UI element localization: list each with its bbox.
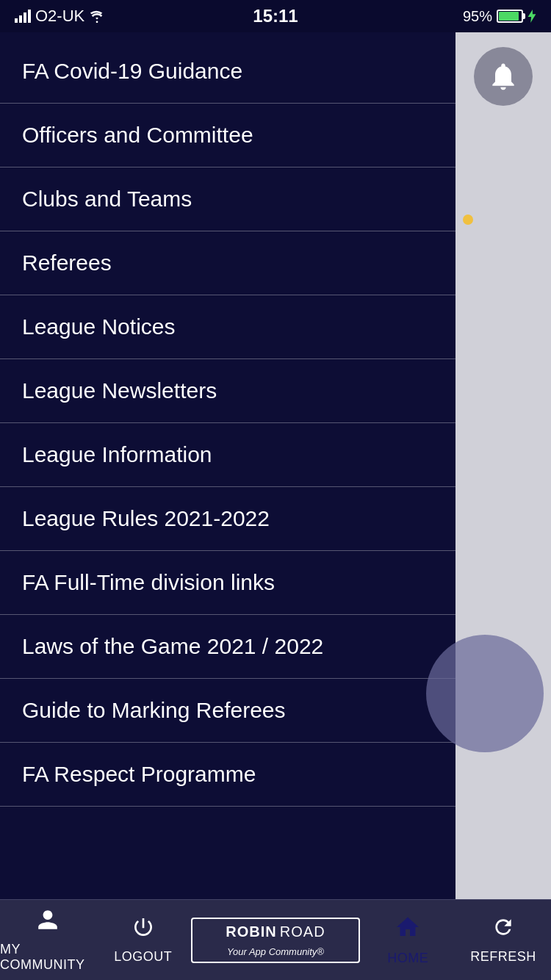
robin-road-light: ROAD (280, 923, 325, 940)
svg-rect-0 (15, 18, 18, 23)
menu-item-clubs-teams[interactable]: Clubs and Teams (0, 167, 455, 231)
menu-item-league-newsletters[interactable]: League Newsletters (0, 359, 455, 423)
svg-rect-1 (19, 15, 22, 23)
menu-item-league-rules[interactable]: League Rules 2021-2022 (0, 487, 455, 551)
status-right: 95% (463, 8, 536, 25)
status-left: O2-UK (15, 7, 105, 26)
menu-item-referees[interactable]: Referees (0, 231, 455, 295)
signal-icon (15, 10, 31, 23)
battery-icon (497, 10, 523, 23)
bottom-nav: MY COMMUNITY LOGOUT ROBIN ROAD Your App … (0, 899, 551, 980)
home-label: HOME (387, 951, 428, 966)
status-time: 15:11 (253, 6, 298, 26)
refresh-label: REFRESH (470, 949, 536, 965)
battery-percent: 95% (463, 8, 492, 25)
nav-my-community[interactable]: MY COMMUNITY (0, 908, 96, 973)
home-icon (395, 914, 421, 946)
menu-panel: FA Covid-19 GuidanceOfficers and Committ… (0, 32, 455, 899)
menu-item-fa-fulltime[interactable]: FA Full-Time division links (0, 551, 455, 615)
menu-item-league-notices[interactable]: League Notices (0, 295, 455, 359)
right-sidebar (455, 32, 551, 899)
menu-item-officers-committee[interactable]: Officers and Committee (0, 104, 455, 167)
carrier-text: O2-UK (35, 7, 84, 26)
menu-item-fa-covid[interactable]: FA Covid-19 Guidance (0, 40, 455, 104)
robin-road-bold: ROBIN (226, 923, 276, 940)
menu-item-guide-marking[interactable]: Guide to Marking Referees (0, 679, 455, 743)
charging-icon (527, 10, 536, 23)
notification-bell[interactable] (474, 47, 533, 106)
nav-refresh[interactable]: REFRESH (455, 915, 551, 965)
decorative-circle (426, 635, 544, 752)
menu-item-fa-respect[interactable]: FA Respect Programme (0, 743, 455, 807)
status-bar: O2-UK 15:11 95% (0, 0, 551, 32)
bell-icon (487, 60, 519, 93)
menu-item-laws-game[interactable]: Laws of the Game 2021 / 2022 (0, 615, 455, 679)
robin-road-title: ROBIN ROAD (226, 923, 325, 940)
logout-label: LOGOUT (114, 949, 172, 965)
nav-home[interactable]: HOME (360, 914, 455, 966)
svg-rect-2 (24, 12, 26, 23)
wifi-icon (89, 10, 105, 23)
menu-item-league-information[interactable]: League Information (0, 423, 455, 487)
main-container: FA Covid-19 GuidanceOfficers and Committ… (0, 32, 551, 899)
robin-road-tagline: Your App Community® (227, 946, 324, 957)
person-icon (36, 908, 60, 937)
nav-robin-road[interactable]: ROBIN ROAD Your App Community® (191, 918, 361, 963)
nav-logout[interactable]: LOGOUT (96, 915, 191, 965)
notification-dot (463, 215, 473, 225)
power-icon (132, 915, 155, 945)
my-community-label: MY COMMUNITY (0, 942, 96, 973)
refresh-icon (491, 915, 515, 945)
svg-rect-3 (28, 10, 31, 23)
